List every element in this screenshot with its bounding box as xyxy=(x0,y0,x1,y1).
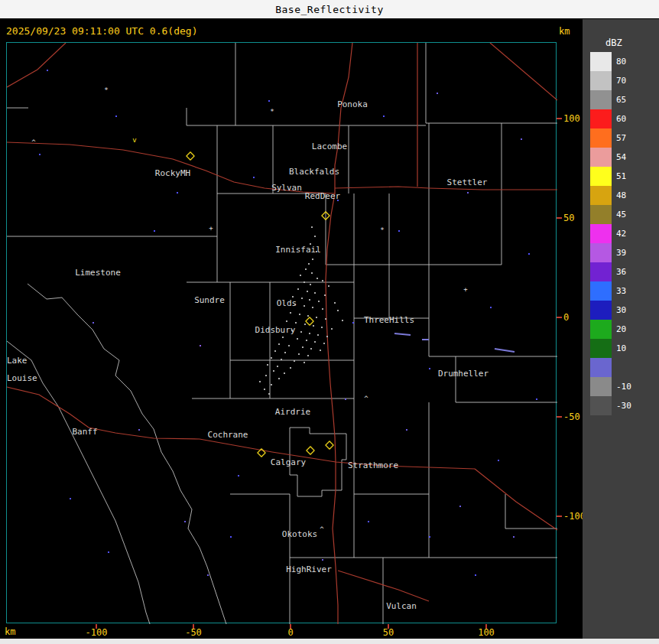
legend-color-cell xyxy=(590,128,612,148)
reflectivity-echo-dot xyxy=(321,327,323,328)
reflectivity-echo-dot xyxy=(304,305,305,307)
reflectivity-echo-dot xyxy=(314,292,316,294)
reflectivity-echo-dot xyxy=(314,341,316,343)
city-label-airdrie: Airdrie xyxy=(275,407,310,417)
reflectivity-echo-dot xyxy=(313,325,314,327)
city-label-calgary: Calgary xyxy=(271,457,306,467)
legend-color-cell xyxy=(590,281,612,301)
reflectivity-echo-dot xyxy=(311,226,313,228)
city-label-lacombe: Lacombe xyxy=(312,141,347,151)
reflectivity-echo-dot xyxy=(298,353,300,355)
reflectivity-echo-dot xyxy=(290,367,291,369)
reflectivity-echo-dot xyxy=(259,381,261,382)
city-label-stettler: Stettler xyxy=(447,177,488,187)
reflectivity-echo-dot xyxy=(268,393,270,395)
legend-value-label: 60 xyxy=(616,109,626,128)
noise-speckle xyxy=(337,200,339,201)
map-point-marker: + xyxy=(463,286,467,293)
noise-speckle xyxy=(475,574,476,576)
reflectivity-echo-dot xyxy=(290,312,291,314)
reflectivity-echo-dot xyxy=(304,324,306,325)
reflectivity-echo-dot xyxy=(316,317,317,318)
noise-speckle xyxy=(184,521,186,522)
legend-color-cell xyxy=(590,109,612,128)
noise-speckle xyxy=(398,230,400,232)
reflectivity-echo-dot xyxy=(316,251,317,252)
bottom-axis-tick-label: 100 xyxy=(478,627,495,638)
reflectivity-echo-dot xyxy=(328,285,330,287)
title-bar: Base_Reflectivity xyxy=(0,0,659,19)
info-bar: 2025/09/23 09:11:00 UTC 0.6(deg) km xyxy=(0,19,659,42)
reflectivity-echo-dot xyxy=(300,275,301,276)
legend-value-label: -10 xyxy=(616,377,631,396)
radar-station-marker xyxy=(305,317,313,325)
radar-station-marker xyxy=(257,448,265,457)
radar-app-window: Base_Reflectivity 2025/09/23 09:11:00 UT… xyxy=(0,0,659,644)
map-point-marker: v xyxy=(132,137,136,144)
noise-speckle xyxy=(498,460,499,461)
reflectivity-echo-dot xyxy=(305,268,307,270)
noise-speckle xyxy=(154,230,155,232)
reflectivity-echo-dot xyxy=(297,338,298,340)
city-label-threehills: ThreeHills xyxy=(364,315,414,325)
reflectivity-echo-dot xyxy=(312,307,313,308)
legend-value-label: 42 xyxy=(616,224,626,243)
right-axis-tick xyxy=(557,217,562,219)
noise-speckle xyxy=(230,536,232,538)
noise-speckle xyxy=(108,551,109,553)
reflectivity-echo-dot xyxy=(312,259,313,260)
reflectivity-echo-dot xyxy=(271,357,272,359)
city-label-blackfalds: Blackfalds xyxy=(289,167,339,177)
noise-speckle xyxy=(528,253,530,255)
noise-speckle xyxy=(490,307,492,308)
reflectivity-echo-dot xyxy=(342,320,343,321)
scan-timestamp: 2025/09/23 09:11:00 UTC 0.6(deg) xyxy=(6,25,197,37)
radar-map-display[interactable]: PonokaLacombeBlackfaldsSylvanRedDeerStet… xyxy=(6,42,557,623)
noise-speckle xyxy=(406,429,407,431)
legend-color-cell xyxy=(590,243,612,262)
city-label-ponoka: Ponoka xyxy=(337,99,368,109)
legend-color-cell xyxy=(590,396,612,415)
city-label-lake: Lake xyxy=(7,356,28,366)
bottom-axis-tick-label: 0 xyxy=(287,627,293,638)
reflectivity-echo-dot xyxy=(306,340,307,341)
city-label-strathmore: Strathmore xyxy=(348,460,398,470)
city-label-sundre: Sundre xyxy=(194,295,225,305)
legend-color-cell xyxy=(590,320,612,339)
radar-station-marker xyxy=(321,211,330,220)
bottom-axis-tick-label: -50 xyxy=(185,627,202,638)
right-axis-tick-label: 50 xyxy=(563,213,574,223)
bottom-scrollbar-strip xyxy=(0,639,659,644)
reflectivity-echo-dot xyxy=(324,294,326,296)
reflectivity-echo-dot xyxy=(307,315,309,317)
reflectivity-echo-dot xyxy=(304,281,305,283)
noise-speckle xyxy=(268,100,270,102)
right-axis-tick-label: 100 xyxy=(563,113,580,124)
legend-color-cell xyxy=(590,90,612,109)
city-label-cochrane: Cochrane xyxy=(208,430,248,440)
legend-value-label: 45 xyxy=(616,205,626,224)
reflectivity-echo-dot xyxy=(307,355,309,356)
reflectivity-echo-dot xyxy=(317,334,319,336)
legend-value-label: 70 xyxy=(616,71,626,90)
city-label-louise: Louise xyxy=(7,373,37,383)
legend-color-cell xyxy=(590,339,612,358)
reflectivity-echo-dot xyxy=(277,366,278,367)
legend-color-cell xyxy=(590,167,612,186)
radar-station-marker xyxy=(306,446,314,454)
reflectivity-echo-dot xyxy=(322,308,323,310)
reflectivity-echo-dot xyxy=(294,304,296,305)
legend-value-label: 48 xyxy=(616,186,626,205)
reflectivity-echo-dot xyxy=(310,348,312,350)
reflectivity-echo-dot xyxy=(291,330,293,331)
legend-color-cell xyxy=(590,377,612,396)
legend-value-label: 54 xyxy=(616,148,626,167)
noise-speckle xyxy=(429,536,430,538)
legend-color-cell xyxy=(590,205,612,224)
map-point-marker: ^ xyxy=(31,139,35,146)
reflectivity-echo-dot xyxy=(308,263,310,265)
reflectivity-echo-dot xyxy=(304,362,305,363)
noise-speckle xyxy=(70,498,71,499)
map-point-marker: ^ xyxy=(320,526,323,533)
reflectivity-echo-dot xyxy=(286,320,287,322)
